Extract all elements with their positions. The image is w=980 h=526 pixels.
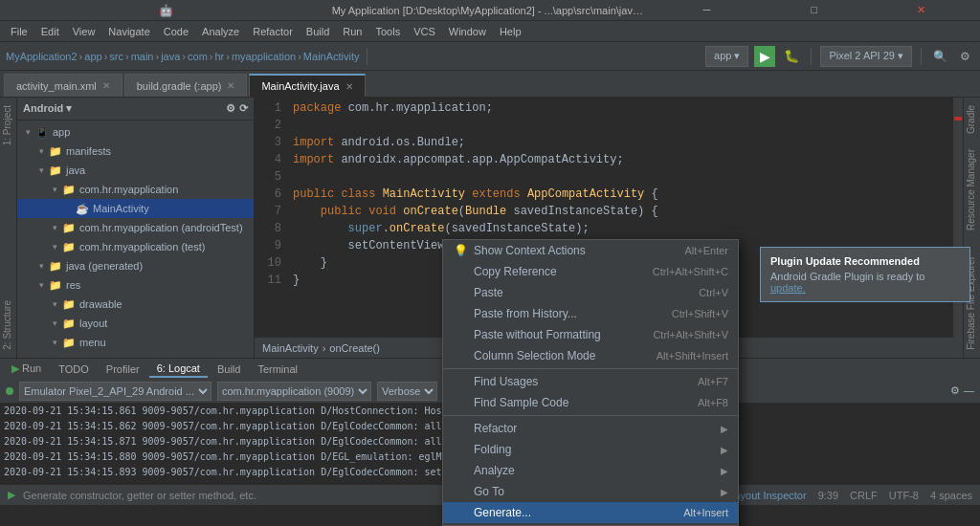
right-side-tabs: Gradle Resource Manager Firebase File Ex… (963, 98, 980, 358)
app-select[interactable]: com.hr.myapplication (9009) (217, 382, 371, 401)
ctx-item-paste[interactable]: PasteCtrl+V (443, 282, 738, 303)
tree-item-java__generated_[interactable]: ▾📁java (generated) (17, 256, 254, 275)
tree-item-drawable[interactable]: ▾📁drawable (17, 295, 254, 314)
code-line-5: 5 (255, 170, 953, 187)
bottom-tab-run[interactable]: ▶ Run (4, 361, 49, 377)
bottom-tab-terminal[interactable]: Terminal (250, 362, 305, 377)
tb-mainactivity[interactable]: MainActivity (303, 51, 360, 62)
bottom-tab-todo[interactable]: TODO (51, 362, 97, 377)
maximize-btn[interactable]: □ (764, 4, 865, 16)
bottom-tab-build[interactable]: Build (210, 362, 248, 377)
menu-item-navigate[interactable]: Navigate (101, 24, 156, 39)
verbose-select[interactable]: Verbose (377, 382, 437, 401)
logcat-settings-icon[interactable]: ⚙ (950, 384, 960, 397)
menu-item-refactor[interactable]: Refactor (246, 24, 300, 39)
file-tab-activity_main_xml[interactable]: activity_main.xml✕ (4, 74, 122, 97)
tree-item-mipmap[interactable]: ▾📁mipmap (17, 352, 254, 358)
menu-item-vcs[interactable]: VCS (407, 24, 442, 39)
ctx-item-find_sample_code[interactable]: Find Sample CodeAlt+F8 (443, 392, 738, 413)
settings-btn[interactable]: ⚙ (955, 47, 974, 66)
tree-item-app[interactable]: ▾📱app (17, 122, 254, 142)
android-dropdown[interactable]: Android ▾ (23, 102, 72, 115)
toolbar: MyApplication2 › app › src › main › java… (0, 42, 980, 71)
tb-myapp[interactable]: MyApplication2 (6, 51, 78, 62)
tree-item-manifests[interactable]: ▾📁manifests (17, 142, 254, 161)
device-selector-btn[interactable]: Pixel 2 API 29 ▾ (820, 46, 912, 67)
tree-item-mainactivity[interactable]: ☕MainActivity (17, 199, 254, 218)
app-selector[interactable]: app ▾ (705, 46, 748, 67)
breadcrumb-method[interactable]: onCreate() (329, 342, 380, 354)
tb-com[interactable]: com (188, 51, 208, 62)
ctx-item-find_usages[interactable]: Find UsagesAlt+F7 (443, 371, 738, 392)
ctx-item-generate___[interactable]: Generate...Alt+Insert (443, 502, 738, 523)
minimize-btn[interactable]: ─ (656, 4, 757, 16)
right-gutter (953, 98, 963, 358)
code-line-4: 4import androidx.appcompat.app.AppCompat… (255, 153, 953, 170)
sidebar-item-gradle[interactable]: Gradle (964, 98, 980, 142)
title-text: My Application [D:\Desktop\MyApplication… (332, 5, 649, 16)
tree-item-com_hr_myapplication__test_[interactable]: ▾📁com.hr.myapplication (test) (17, 237, 254, 256)
tb-app[interactable]: app (84, 51, 101, 62)
close-btn[interactable]: ✕ (871, 4, 972, 16)
tree-item-layout[interactable]: ▾📁layout (17, 314, 254, 333)
logcat-close-icon[interactable]: — (964, 384, 974, 397)
ctx-item-refactor[interactable]: Refactor▶ (443, 418, 738, 439)
line-col: 9:39 (818, 490, 838, 501)
left-side-tabs: 1: Project 2: Structure (0, 98, 17, 358)
menu-item-code[interactable]: Code (157, 24, 195, 39)
breadcrumb-class[interactable]: MainActivity (262, 342, 319, 354)
menu-item-analyze[interactable]: Analyze (195, 24, 246, 39)
ctx-item-show_context_actions[interactable]: 💡Show Context ActionsAlt+Enter (443, 240, 738, 261)
menu-item-tools[interactable]: Tools (368, 24, 407, 39)
charset: UTF-8 (889, 490, 919, 501)
code-line-8: 8 super.onCreate(savedInstanceState); (255, 222, 953, 239)
bottom-tab-profiler[interactable]: Profiler (99, 362, 147, 377)
sidebar-item-structure[interactable]: 2: Structure (0, 293, 16, 358)
project-gear-icon[interactable]: ⚙ (226, 102, 235, 115)
menu-item-edit[interactable]: Edit (34, 24, 66, 39)
project-sync-icon[interactable]: ⟳ (239, 102, 248, 115)
tb-src[interactable]: src (109, 51, 123, 62)
file-tab-build_gradle___app_[interactable]: build.gradle (:app)✕ (124, 74, 248, 97)
run-indicator (6, 387, 13, 395)
context-menu: 💡Show Context ActionsAlt+EnterCopy Refer… (442, 239, 739, 526)
ctx-item-copy_reference[interactable]: Copy ReferenceCtrl+Alt+Shift+C (443, 261, 738, 282)
search-btn[interactable]: 🔍 (930, 47, 949, 66)
project-panel: Android ▾ ⚙ ⟳ ▾📱app▾📁manifests▾📁java▾📁co… (17, 98, 255, 358)
menu-item-window[interactable]: Window (442, 24, 493, 39)
plugin-notification: Plugin Update Recommended Android Gradle… (760, 247, 970, 302)
tree-item-res[interactable]: ▾📁res (17, 275, 254, 295)
ctx-item-column_selection_mode[interactable]: Column Selection ModeAlt+Shift+Insert (443, 345, 738, 366)
menu-item-help[interactable]: Help (493, 24, 528, 39)
menu-item-run[interactable]: Run (336, 24, 368, 39)
file-tabs: activity_main.xml✕build.gradle (:app)✕Ma… (0, 71, 980, 98)
ctx-item-paste_from_history___[interactable]: Paste from History...Ctrl+Shift+V (443, 303, 738, 324)
indent: 4 spaces (930, 490, 972, 501)
run-button[interactable]: ▶ (754, 46, 775, 67)
debug-button[interactable]: 🐛 (781, 46, 802, 67)
menu-item-build[interactable]: Build (300, 24, 336, 39)
menu-item-view[interactable]: View (66, 24, 102, 39)
menu-item-file[interactable]: File (4, 24, 34, 39)
tb-hr[interactable]: hr (214, 51, 224, 62)
plugin-update-link[interactable]: update. (770, 282, 806, 294)
ctx-item-analyze[interactable]: Analyze▶ (443, 460, 738, 481)
ctx-item-paste_without_formatting[interactable]: Paste without FormattingCtrl+Alt+Shift+V (443, 324, 738, 345)
gutter-error-1 (954, 117, 962, 121)
project-tree: ▾📱app▾📁manifests▾📁java▾📁com.hr.myapplica… (17, 121, 254, 358)
tree-item-java[interactable]: ▾📁java (17, 161, 254, 180)
ctx-item-folding[interactable]: Folding▶ (443, 439, 738, 460)
sidebar-item-resource-manager[interactable]: Resource Manager (964, 142, 980, 238)
device-select[interactable]: Emulator Pixel_2_API_29 Android ... (19, 382, 212, 401)
tree-item-com_hr_myapplication[interactable]: ▾📁com.hr.myapplication (17, 180, 254, 199)
bottom-tab-___logcat[interactable]: 6: Logcat (149, 361, 208, 378)
ctx-item-go_to[interactable]: Go To▶ (443, 481, 738, 502)
tree-item-menu[interactable]: ▾📁menu (17, 333, 254, 352)
tree-item-com_hr_myapplication__androidt[interactable]: ▾📁com.hr.myapplication (androidTest) (17, 218, 254, 237)
tb-java[interactable]: java (161, 51, 180, 62)
layout-inspector-link[interactable]: Layout Inspector (728, 490, 806, 501)
sidebar-item-project[interactable]: 1: Project (0, 98, 16, 153)
tb-main[interactable]: main (131, 51, 154, 62)
file-tab-mainactivity_java[interactable]: MainActivity.java✕ (249, 74, 365, 97)
tb-myapplication[interactable]: myapplication (232, 51, 296, 62)
